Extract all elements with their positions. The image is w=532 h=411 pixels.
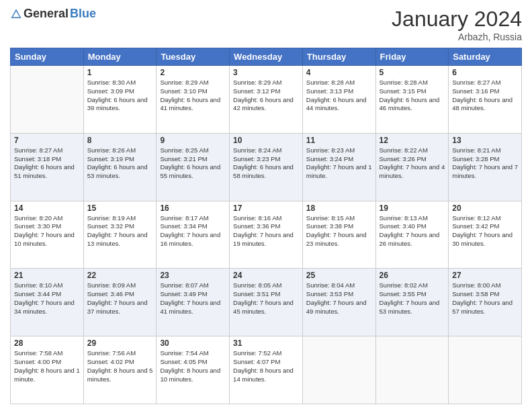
- table-row: 22Sunrise: 8:09 AM Sunset: 3:46 PM Dayli…: [83, 269, 157, 336]
- day-info: Sunrise: 8:23 AM Sunset: 3:24 PM Dayligh…: [306, 146, 372, 181]
- day-info: Sunrise: 7:56 AM Sunset: 4:02 PM Dayligh…: [87, 349, 153, 383]
- table-row: 19Sunrise: 8:13 AM Sunset: 3:40 PM Dayli…: [375, 201, 449, 269]
- col-friday: Friday: [375, 48, 449, 66]
- table-row: [11, 66, 84, 134]
- day-info: Sunrise: 8:30 AM Sunset: 3:09 PM Dayligh…: [87, 79, 153, 113]
- day-number: 12: [380, 136, 445, 145]
- day-number: 29: [87, 338, 153, 348]
- table-row: 28Sunrise: 7:58 AM Sunset: 4:00 PM Dayli…: [11, 336, 84, 404]
- day-info: Sunrise: 8:21 AM Sunset: 3:28 PM Dayligh…: [452, 146, 518, 181]
- table-row: 29Sunrise: 7:56 AM Sunset: 4:02 PM Dayli…: [83, 336, 157, 404]
- day-number: 16: [160, 203, 226, 213]
- day-info: Sunrise: 7:52 AM Sunset: 4:07 PM Dayligh…: [233, 349, 299, 383]
- table-row: 31Sunrise: 7:52 AM Sunset: 4:07 PM Dayli…: [230, 336, 303, 404]
- calendar-week-row: 21Sunrise: 8:10 AM Sunset: 3:44 PM Dayli…: [11, 269, 522, 336]
- day-number: 9: [160, 136, 226, 145]
- day-info: Sunrise: 8:25 AM Sunset: 3:21 PM Dayligh…: [160, 146, 226, 181]
- logo-general: General: [24, 7, 69, 21]
- day-number: 11: [306, 136, 372, 145]
- table-row: 4Sunrise: 8:28 AM Sunset: 3:13 PM Daylig…: [302, 66, 375, 134]
- col-monday: Monday: [83, 48, 157, 66]
- table-row: 12Sunrise: 8:22 AM Sunset: 3:26 PM Dayli…: [375, 133, 449, 201]
- table-row: 26Sunrise: 8:02 AM Sunset: 3:55 PM Dayli…: [375, 269, 449, 336]
- day-number: 26: [380, 271, 445, 280]
- table-row: 14Sunrise: 8:20 AM Sunset: 3:30 PM Dayli…: [11, 201, 84, 269]
- calendar-week-row: 14Sunrise: 8:20 AM Sunset: 3:30 PM Dayli…: [11, 201, 522, 269]
- table-row: 27Sunrise: 8:00 AM Sunset: 3:58 PM Dayli…: [449, 269, 522, 336]
- page: GeneralBlue January 2024 Arbazh, Russia …: [0, 0, 532, 411]
- logo-text: GeneralBlue: [10, 7, 96, 21]
- header-row: Sunday Monday Tuesday Wednesday Thursday…: [11, 48, 522, 66]
- day-info: Sunrise: 8:27 AM Sunset: 3:18 PM Dayligh…: [14, 146, 80, 181]
- table-row: 1Sunrise: 8:30 AM Sunset: 3:09 PM Daylig…: [83, 66, 157, 134]
- table-row: 24Sunrise: 8:05 AM Sunset: 3:51 PM Dayli…: [230, 269, 303, 336]
- day-info: Sunrise: 8:22 AM Sunset: 3:26 PM Dayligh…: [380, 146, 445, 181]
- col-wednesday: Wednesday: [230, 48, 303, 66]
- table-row: 7Sunrise: 8:27 AM Sunset: 3:18 PM Daylig…: [11, 133, 84, 201]
- table-row: [449, 336, 522, 404]
- day-number: 21: [14, 271, 80, 280]
- logo: GeneralBlue: [10, 7, 96, 21]
- day-number: 1: [87, 68, 153, 77]
- location-title: Arbazh, Russia: [392, 32, 522, 42]
- day-number: 18: [306, 203, 372, 213]
- table-row: 5Sunrise: 8:28 AM Sunset: 3:15 PM Daylig…: [375, 66, 449, 134]
- day-number: 3: [233, 68, 299, 77]
- day-info: Sunrise: 8:17 AM Sunset: 3:34 PM Dayligh…: [160, 214, 226, 248]
- day-info: Sunrise: 8:28 AM Sunset: 3:13 PM Dayligh…: [306, 79, 372, 113]
- day-number: 23: [160, 271, 226, 280]
- day-number: 30: [160, 338, 226, 348]
- day-info: Sunrise: 8:26 AM Sunset: 3:19 PM Dayligh…: [87, 146, 153, 181]
- day-info: Sunrise: 8:28 AM Sunset: 3:15 PM Dayligh…: [380, 79, 445, 113]
- day-number: 20: [452, 203, 518, 213]
- logo-blue: Blue: [70, 7, 96, 21]
- calendar-table: Sunday Monday Tuesday Wednesday Thursday…: [10, 48, 522, 404]
- table-row: 30Sunrise: 7:54 AM Sunset: 4:05 PM Dayli…: [157, 336, 230, 404]
- title-block: January 2024 Arbazh, Russia: [392, 7, 522, 42]
- col-tuesday: Tuesday: [157, 48, 230, 66]
- day-number: 19: [380, 203, 445, 213]
- col-saturday: Saturday: [449, 48, 522, 66]
- table-row: [375, 336, 449, 404]
- logo-icon: [10, 8, 22, 20]
- day-info: Sunrise: 8:10 AM Sunset: 3:44 PM Dayligh…: [14, 281, 80, 316]
- day-info: Sunrise: 8:12 AM Sunset: 3:42 PM Dayligh…: [452, 214, 518, 248]
- table-row: 21Sunrise: 8:10 AM Sunset: 3:44 PM Dayli…: [11, 269, 84, 336]
- day-number: 24: [233, 271, 299, 280]
- day-number: 15: [87, 203, 153, 213]
- day-info: Sunrise: 8:29 AM Sunset: 3:12 PM Dayligh…: [233, 79, 299, 113]
- day-number: 8: [87, 136, 153, 145]
- table-row: 16Sunrise: 8:17 AM Sunset: 3:34 PM Dayli…: [157, 201, 230, 269]
- day-number: 31: [233, 338, 299, 348]
- table-row: 25Sunrise: 8:04 AM Sunset: 3:53 PM Dayli…: [302, 269, 375, 336]
- day-info: Sunrise: 8:13 AM Sunset: 3:40 PM Dayligh…: [380, 214, 445, 248]
- table-row: 20Sunrise: 8:12 AM Sunset: 3:42 PM Dayli…: [449, 201, 522, 269]
- day-number: 13: [452, 136, 518, 145]
- table-row: 8Sunrise: 8:26 AM Sunset: 3:19 PM Daylig…: [83, 133, 157, 201]
- day-info: Sunrise: 8:20 AM Sunset: 3:30 PM Dayligh…: [14, 214, 80, 248]
- day-number: 10: [233, 136, 299, 145]
- table-row: 13Sunrise: 8:21 AM Sunset: 3:28 PM Dayli…: [449, 133, 522, 201]
- col-sunday: Sunday: [11, 48, 84, 66]
- day-info: Sunrise: 7:54 AM Sunset: 4:05 PM Dayligh…: [160, 349, 226, 383]
- day-number: 28: [14, 338, 80, 348]
- calendar-week-row: 7Sunrise: 8:27 AM Sunset: 3:18 PM Daylig…: [11, 133, 522, 201]
- day-info: Sunrise: 8:05 AM Sunset: 3:51 PM Dayligh…: [233, 281, 299, 316]
- table-row: [302, 336, 375, 404]
- table-row: 9Sunrise: 8:25 AM Sunset: 3:21 PM Daylig…: [157, 133, 230, 201]
- table-row: 15Sunrise: 8:19 AM Sunset: 3:32 PM Dayli…: [83, 201, 157, 269]
- calendar-week-row: 1Sunrise: 8:30 AM Sunset: 3:09 PM Daylig…: [11, 66, 522, 134]
- header: GeneralBlue January 2024 Arbazh, Russia: [10, 7, 522, 42]
- table-row: 6Sunrise: 8:27 AM Sunset: 3:16 PM Daylig…: [449, 66, 522, 134]
- day-number: 17: [233, 203, 299, 213]
- table-row: 17Sunrise: 8:16 AM Sunset: 3:36 PM Dayli…: [230, 201, 303, 269]
- table-row: 2Sunrise: 8:29 AM Sunset: 3:10 PM Daylig…: [157, 66, 230, 134]
- table-row: 18Sunrise: 8:15 AM Sunset: 3:38 PM Dayli…: [302, 201, 375, 269]
- day-info: Sunrise: 8:09 AM Sunset: 3:46 PM Dayligh…: [87, 281, 153, 316]
- day-number: 7: [14, 136, 80, 145]
- day-number: 5: [380, 68, 445, 77]
- day-info: Sunrise: 8:07 AM Sunset: 3:49 PM Dayligh…: [160, 281, 226, 316]
- day-number: 27: [452, 271, 518, 280]
- day-info: Sunrise: 7:58 AM Sunset: 4:00 PM Dayligh…: [14, 349, 80, 383]
- day-info: Sunrise: 8:16 AM Sunset: 3:36 PM Dayligh…: [233, 214, 299, 248]
